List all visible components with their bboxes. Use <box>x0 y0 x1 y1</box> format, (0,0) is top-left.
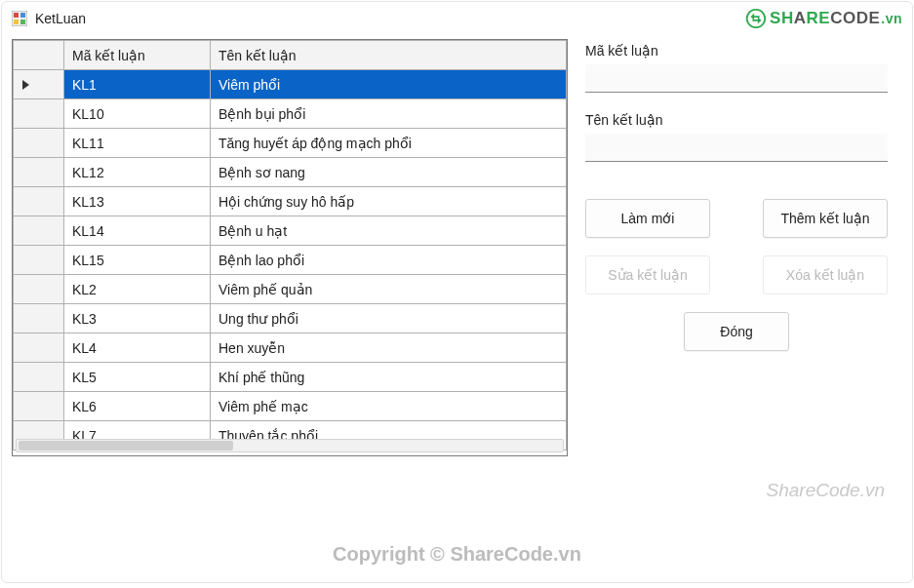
cell-name[interactable]: Bệnh bụi phổi <box>211 99 567 129</box>
input-name[interactable] <box>585 134 888 162</box>
table-row[interactable]: KL5Khí phế thũng <box>14 363 567 392</box>
table-row[interactable]: KL3Ung thư phổi <box>14 304 567 333</box>
cell-code[interactable]: KL12 <box>64 158 211 187</box>
cell-name[interactable]: Bệnh sơ nang <box>211 158 567 187</box>
cell-name[interactable]: Viêm phế mạc <box>211 392 567 421</box>
svg-rect-4 <box>20 20 25 24</box>
table-row[interactable]: KL11Tăng huyết áp động mạch phổi <box>14 129 567 158</box>
row-header[interactable] <box>14 187 64 216</box>
sharecode-logo: SHARECODE.vn <box>745 8 902 29</box>
window-frame: KetLuan SHARECODE.vn Mã kết luận Tên kết… <box>1 1 913 583</box>
table-row[interactable]: KL12Bệnh sơ nang <box>14 158 567 187</box>
close-button[interactable]: Đóng <box>684 312 789 351</box>
row-header[interactable] <box>14 392 64 421</box>
table-row[interactable]: KL4Hen xuyễn <box>14 333 567 363</box>
app-icon <box>12 11 27 26</box>
table-row[interactable]: KL2Viêm phế quản <box>14 275 567 304</box>
input-code[interactable] <box>585 64 888 93</box>
cell-name[interactable]: Ung thư phổi <box>211 304 567 333</box>
col-header-name[interactable]: Tên kết luận <box>211 41 567 70</box>
add-button[interactable]: Thêm kết luận <box>763 199 888 238</box>
cell-name[interactable]: Hen xuyễn <box>211 333 567 363</box>
table-row[interactable]: KL13Hội chứng suy hô hấp <box>14 187 567 216</box>
row-header[interactable] <box>14 99 64 129</box>
table-row[interactable]: KL6Viêm phế mạc <box>14 392 567 421</box>
row-indicator-icon <box>21 79 31 91</box>
row-header[interactable] <box>14 333 64 363</box>
cell-code[interactable]: KL5 <box>64 363 211 392</box>
grid-corner[interactable] <box>14 41 64 70</box>
cell-code[interactable]: KL14 <box>64 216 211 246</box>
row-header[interactable] <box>14 363 64 392</box>
cell-name[interactable]: Hội chứng suy hô hấp <box>211 187 567 216</box>
table-row[interactable]: KL10Bệnh bụi phổi <box>14 99 567 129</box>
row-header[interactable] <box>14 304 64 333</box>
cell-code[interactable]: KL6 <box>64 392 211 421</box>
cell-code[interactable]: KL13 <box>64 187 211 216</box>
label-name: Tên kết luận <box>585 112 888 128</box>
form-panel: Mã kết luận Tên kết luận Làm mới Thêm kế… <box>585 39 888 456</box>
cell-code[interactable]: KL1 <box>64 70 211 99</box>
cell-code[interactable]: KL15 <box>64 246 211 275</box>
row-header[interactable] <box>14 216 64 246</box>
cell-code[interactable]: KL10 <box>64 99 211 129</box>
row-header[interactable] <box>14 129 64 158</box>
svg-rect-3 <box>14 20 19 24</box>
cell-name[interactable]: Tăng huyết áp động mạch phổi <box>211 129 567 158</box>
cell-code[interactable]: KL4 <box>64 333 211 363</box>
svg-rect-2 <box>20 13 25 18</box>
cell-name[interactable]: Viêm phế quản <box>211 275 567 304</box>
delete-button: Xóa kết luận <box>763 255 888 294</box>
watermark-side: ShareCode.vn <box>767 480 885 501</box>
logo-icon <box>745 8 767 29</box>
horizontal-scrollbar[interactable] <box>16 439 564 452</box>
data-grid[interactable]: Mã kết luận Tên kết luận KL1Viêm phổiKL1… <box>12 39 568 456</box>
cell-name[interactable]: Bệnh lao phổi <box>211 246 567 275</box>
table-row[interactable]: KL15Bệnh lao phổi <box>14 246 567 275</box>
refresh-button[interactable]: Làm mới <box>585 199 710 238</box>
col-header-code[interactable]: Mã kết luận <box>64 41 211 70</box>
edit-button: Sửa kết luận <box>585 255 710 294</box>
row-header[interactable] <box>14 246 64 275</box>
label-code: Mã kết luận <box>585 43 888 59</box>
cell-name[interactable]: Bệnh u hạt <box>211 216 567 246</box>
cell-code[interactable]: KL3 <box>64 304 211 333</box>
watermark-bottom: Copyright © ShareCode.vn <box>2 543 912 566</box>
cell-code[interactable]: KL2 <box>64 275 211 304</box>
titlebar: KetLuan SHARECODE.vn <box>2 2 912 35</box>
row-header[interactable] <box>14 158 64 187</box>
cell-name[interactable]: Viêm phổi <box>211 70 567 99</box>
table-row[interactable]: KL14Bệnh u hạt <box>14 216 567 246</box>
row-header[interactable] <box>14 70 64 99</box>
window-title: KetLuan <box>35 11 86 26</box>
svg-rect-1 <box>14 13 19 18</box>
cell-code[interactable]: KL11 <box>64 129 211 158</box>
row-header[interactable] <box>14 275 64 304</box>
table-row[interactable]: KL1Viêm phổi <box>14 70 567 99</box>
cell-name[interactable]: Khí phế thũng <box>211 363 567 392</box>
scrollbar-thumb[interactable] <box>19 441 233 451</box>
